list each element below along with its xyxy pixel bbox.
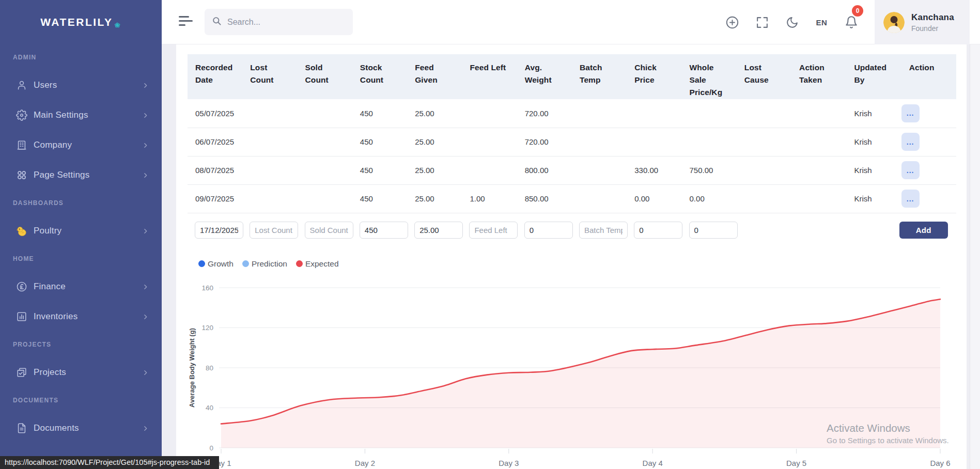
language-selector[interactable]: EN [815,18,829,27]
svg-text:160: 160 [201,284,213,292]
legend-dot-icon [198,260,205,267]
sidebar-item-label: Finance [34,282,142,292]
page-settings-grid-icon [16,169,27,181]
page-scrollbar[interactable] [970,44,980,469]
sidebar-item-poultry[interactable]: Poultry [0,216,162,246]
table-cell [791,128,846,156]
add-record-button[interactable]: Add [899,222,948,239]
table-cell [572,99,627,128]
chevron-right-icon [142,112,149,119]
column-header: Recorded Date [188,54,242,99]
nav-section-label-home: HOME [0,246,162,272]
brand-logo-text: WATERLILY [40,16,113,28]
sidebar-item-inventories[interactable]: Inventories [0,302,162,332]
svg-text:Day 3: Day 3 [499,459,519,467]
sidebar-item-projects[interactable]: Projects [0,357,162,387]
sidebar-item-label: Poultry [34,226,142,236]
sidebar-item-label: Main Settings [34,110,142,120]
sidebar-item-users[interactable]: Users [0,70,162,100]
table-cell [737,99,791,128]
add-new-icon[interactable] [725,15,739,29]
sidebar-item-finance[interactable]: Finance [0,272,162,302]
legend-label: Expected [305,259,339,269]
feed-left-input[interactable] [469,222,518,239]
table-row: 08/07/202545025.00800.00330.00750.00Kris… [188,156,956,184]
sidebar-item-label: Page Settings [34,170,142,180]
table-cell: 0.00 [682,184,737,213]
menu-toggle-icon[interactable] [179,16,193,28]
legend-item-growth[interactable]: Growth [198,259,234,269]
notifications-bell-icon[interactable]: 0 [844,15,859,29]
table-cell: 330.00 [627,156,681,184]
brand-logo[interactable]: WATERLILY❀ [0,0,162,44]
projects-icon [16,367,27,378]
row-actions-button[interactable]: ... [901,133,920,151]
column-header-label: Lost Count [250,61,289,86]
sidebar-item-documents[interactable]: Documents [0,413,162,443]
table-cell [682,128,737,156]
sold-count-input[interactable] [305,222,353,239]
lost-count-input[interactable] [250,222,298,239]
finance-pound-icon [16,281,27,292]
svg-text:Activate Windows: Activate Windows [827,422,910,434]
legend-item-prediction[interactable]: Prediction [242,259,287,269]
avg-weight-input[interactable] [524,222,573,239]
dark-mode-moon-icon[interactable] [785,15,799,29]
table-row: 09/07/202545025.001.00850.000.000.00Kris… [188,184,956,213]
legend-dot-icon [242,260,249,267]
column-header-label: Whole Sale Price/Kg [690,61,729,99]
sidebar-item-label: Documents [34,423,142,433]
svg-text:120: 120 [201,324,213,332]
column-header: Updated By [846,54,901,99]
column-header: Feed Given [407,54,462,99]
table-cell-action: ... [901,184,956,213]
column-header: Lost Cause [737,54,791,99]
svg-text:40: 40 [206,404,213,412]
svg-text:0: 0 [209,444,213,452]
poultry-chick-icon [16,225,27,237]
table-cell [298,128,352,156]
batch-temp-input[interactable] [579,222,628,239]
row-actions-button[interactable]: ... [901,104,920,122]
column-header-label: Avg. Weight [525,61,564,86]
sidebar-item-label: Projects [34,367,142,378]
table-cell: Krish [846,184,901,213]
status-bar-link-preview: https://localhost:7090/WLF/Project/Get/1… [0,456,219,469]
table-cell [462,156,517,184]
row-actions-button[interactable]: ... [901,190,920,208]
column-header: Chick Price [627,54,681,99]
table-cell: 800.00 [517,156,572,184]
sidebar-item-label: Company [34,140,142,150]
profile-role: Founder [911,24,954,33]
new-record-form: Add [188,222,956,239]
profile-name: Kanchana [911,12,954,23]
sidebar-item-main-settings[interactable]: Main Settings [0,100,162,130]
table-cell: 450 [352,184,407,213]
sidebar-item-company[interactable]: Company [0,130,162,160]
table-cell [242,99,297,128]
column-header-label: Chick Price [634,61,674,86]
chevron-right-icon [142,142,149,149]
notification-count-badge: 0 [852,5,863,17]
row-actions-button[interactable]: ... [901,161,920,179]
table-row: 05/07/202545025.00720.00Krish... [188,99,956,128]
legend-item-expected[interactable]: Expected [296,259,339,269]
search-input[interactable] [227,18,341,27]
table-cell [737,156,791,184]
column-header-label: Action [909,61,935,74]
gear-icon [16,110,27,121]
svg-text:Day 4: Day 4 [643,459,663,467]
stock-count-input[interactable] [360,222,408,239]
chick-price-input[interactable] [634,222,682,239]
sidebar-item-page-settings[interactable]: Page Settings [0,160,162,190]
legend-label: Prediction [252,259,287,269]
recorded-date-input[interactable] [195,222,243,239]
fullscreen-icon[interactable] [755,15,769,29]
whole-sale-price-input[interactable] [689,222,738,239]
feed-given-input[interactable] [414,222,463,239]
table-cell [298,156,352,184]
table-cell [737,128,791,156]
user-profile[interactable]: Kanchana Founder [875,0,970,44]
nav-section-label-documents: DOCUMENTS [0,387,162,413]
sidebar-item-label: Inventories [34,311,142,322]
